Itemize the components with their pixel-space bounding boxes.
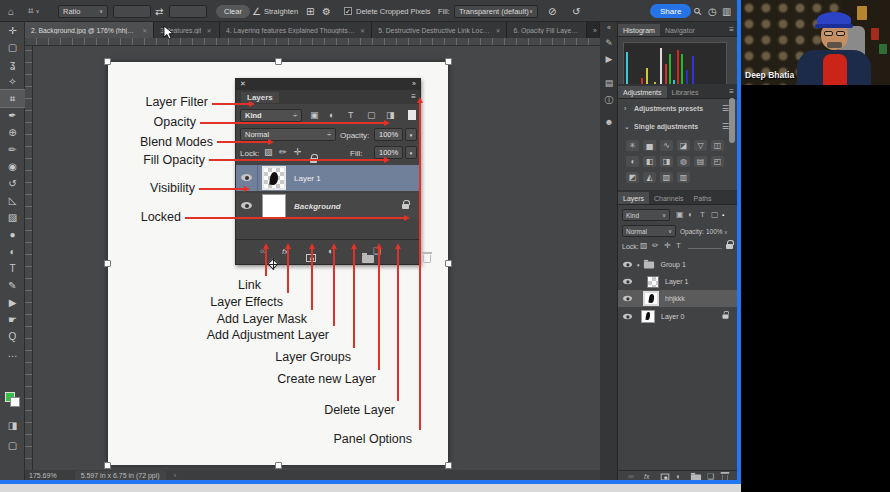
- lock-artboard-icon[interactable]: T: [676, 242, 681, 250]
- adjustments-menu-icon[interactable]: ≡: [729, 88, 734, 96]
- clone-stamp-tool[interactable]: ◉: [0, 158, 25, 175]
- crop-height-input[interactable]: [169, 5, 207, 18]
- cancel-crop-icon[interactable]: ⊘: [548, 6, 556, 17]
- single-list-icon[interactable]: ☰: [722, 123, 729, 131]
- new-layer-icon[interactable]: ❏: [707, 473, 714, 481]
- delete-layer-icon[interactable]: [722, 475, 729, 482]
- marquee-tool[interactable]: ▢: [0, 39, 25, 56]
- fill-slider-track[interactable]: [688, 248, 722, 249]
- delete-cropped-checkbox[interactable]: ✓: [344, 7, 352, 15]
- layer-row-hhjkkk[interactable]: hhjkkk: [618, 290, 737, 307]
- adjustment-icon[interactable]: ◭: [643, 172, 656, 183]
- crop-handle[interactable]: [275, 462, 282, 469]
- pen-tool[interactable]: ✎: [0, 277, 25, 294]
- lock-transparent-icon[interactable]: ▨: [640, 242, 648, 250]
- layers-filter-shape-icon[interactable]: ▢: [711, 211, 719, 219]
- add-layer-mask-icon[interactable]: [661, 474, 670, 481]
- adjustment-icon[interactable]: ▽: [694, 140, 707, 151]
- lock-brush-icon[interactable]: ✏: [652, 242, 659, 250]
- search-icon[interactable]: ⚲: [691, 5, 704, 18]
- document-tab-layering[interactable]: 4. Layering features Explained Thoughts …: [220, 22, 372, 38]
- quick-selection-tool[interactable]: ✧: [0, 73, 25, 90]
- more-tabs-chevron-icon[interactable]: »: [587, 22, 600, 38]
- collapse-dock-icon[interactable]: «: [600, 24, 618, 31]
- reset-crop-icon[interactable]: ↺: [572, 6, 580, 17]
- single-adjustments-row[interactable]: ⌄ Single adjustments ☰: [618, 120, 737, 135]
- share-button[interactable]: Share: [650, 4, 691, 18]
- document[interactable]: ✕ » Layers ≡ Kind ÷ ▣ ◐ T ▢: [108, 62, 448, 465]
- libraries-panel-icon[interactable]: ☻: [600, 117, 618, 127]
- layer-name[interactable]: Layer 0: [661, 313, 684, 320]
- crop-settings-gear-icon[interactable]: ⚙: [322, 6, 331, 17]
- gradient-tool[interactable]: ▨: [0, 209, 25, 226]
- lock-move-icon[interactable]: ✛: [664, 242, 671, 250]
- new-group-icon[interactable]: [691, 475, 701, 482]
- layer-name[interactable]: hhjkkk: [665, 295, 685, 302]
- close-tab-icon[interactable]: ✕: [360, 27, 365, 34]
- histogram-menu-icon[interactable]: ≡: [729, 26, 734, 34]
- add-adjustment-layer-icon[interactable]: ◐: [676, 473, 681, 481]
- layers-filter-type-icon[interactable]: T: [700, 211, 705, 219]
- zoom-tool[interactable]: Q: [0, 328, 25, 345]
- document-tab-opacity[interactable]: 6. Opacity Fill Layer Styles: [507, 22, 587, 38]
- tab-adjustments[interactable]: Adjustments: [618, 86, 667, 98]
- document-tab-destructive[interactable]: 5. Destructive Destructive Link Locks Ex…: [372, 22, 507, 38]
- crop-handle[interactable]: [104, 260, 111, 267]
- adjustment-icon[interactable]: ◰: [711, 156, 724, 167]
- adjustment-icon[interactable]: ∿: [660, 140, 673, 151]
- crop-handle[interactable]: [445, 58, 452, 65]
- type-tool[interactable]: T: [0, 260, 25, 277]
- status-arrow-icon[interactable]: ›: [174, 472, 176, 479]
- background-color-swatch[interactable]: [10, 397, 20, 407]
- presets-list-icon[interactable]: ☰: [722, 105, 729, 113]
- clear-button[interactable]: Clear: [216, 5, 250, 18]
- adjustment-icon[interactable]: ▅: [643, 140, 656, 151]
- layers-opacity-value[interactable]: 100%: [706, 228, 723, 235]
- layer-row-group1[interactable]: ▾ Group 1: [618, 256, 737, 273]
- visibility-eye-icon[interactable]: [623, 314, 632, 320]
- fill-select[interactable]: Transparent (default)∨: [454, 5, 538, 18]
- screen-mode-icon[interactable]: ▢: [0, 437, 25, 454]
- layers-opacity-chevron-icon[interactable]: ∨: [724, 228, 728, 236]
- quick-mask-icon[interactable]: ◨: [0, 417, 25, 434]
- tab-navigator[interactable]: Navigator: [660, 24, 700, 36]
- canvas-area[interactable]: ✕ » Layers ≡ Kind ÷ ▣ ◐ T ▢: [33, 46, 600, 470]
- visibility-eye-icon[interactable]: [623, 262, 632, 268]
- path-selection-tool[interactable]: ▶: [0, 294, 25, 311]
- adjustment-icon[interactable]: ◨: [660, 156, 673, 167]
- straighten-label[interactable]: Straighten: [264, 7, 298, 16]
- adjustment-icon[interactable]: ◧: [643, 156, 656, 167]
- adjustment-icon[interactable]: ✳: [626, 140, 639, 151]
- home-icon[interactable]: ⌂: [8, 6, 14, 17]
- tool-preset-chevron-icon[interactable]: ∨: [36, 8, 40, 14]
- close-tab-icon[interactable]: ✕: [495, 27, 500, 34]
- crop-tool-icon[interactable]: ⌗: [28, 5, 34, 17]
- spot-healing-tool[interactable]: ⊕: [0, 124, 25, 141]
- adjustment-icon[interactable]: ▥: [677, 172, 690, 183]
- ratio-select[interactable]: Ratio∨: [58, 5, 108, 18]
- layers-filter-adjust-icon[interactable]: ◐: [688, 211, 693, 219]
- tab-histogram[interactable]: Histogram: [618, 24, 660, 36]
- blur-tool[interactable]: ●: [0, 226, 25, 243]
- more-tools[interactable]: …: [0, 345, 25, 362]
- color-swatches[interactable]: [5, 392, 21, 408]
- adjustment-icon[interactable]: ◩: [626, 172, 639, 183]
- tab-paths[interactable]: Paths: [689, 192, 717, 204]
- adjustment-icon[interactable]: ◫: [711, 140, 724, 151]
- layers-filter-toggle-icon[interactable]: ▪: [722, 211, 724, 219]
- move-tool[interactable]: ✛: [0, 22, 25, 39]
- eyedropper-tool[interactable]: ✒: [0, 107, 25, 124]
- swap-dimensions-icon[interactable]: ⇄: [155, 6, 163, 17]
- learn-panel-icon[interactable]: ✎: [600, 38, 618, 48]
- visibility-eye-icon[interactable]: [623, 296, 632, 302]
- layer-name[interactable]: Group 1: [661, 261, 686, 268]
- dodge-tool[interactable]: ◐: [0, 243, 25, 260]
- straighten-icon[interactable]: ∠: [252, 6, 261, 17]
- brush-tool[interactable]: ✏: [0, 141, 25, 158]
- crop-handle[interactable]: [104, 462, 111, 469]
- adjustment-icon[interactable]: ◍: [677, 156, 690, 167]
- lasso-tool[interactable]: ʓ: [0, 56, 25, 73]
- adjustment-icon[interactable]: ◖: [626, 156, 639, 167]
- hand-tool[interactable]: ☛: [0, 311, 25, 328]
- actions-panel-icon[interactable]: ▶: [600, 54, 618, 64]
